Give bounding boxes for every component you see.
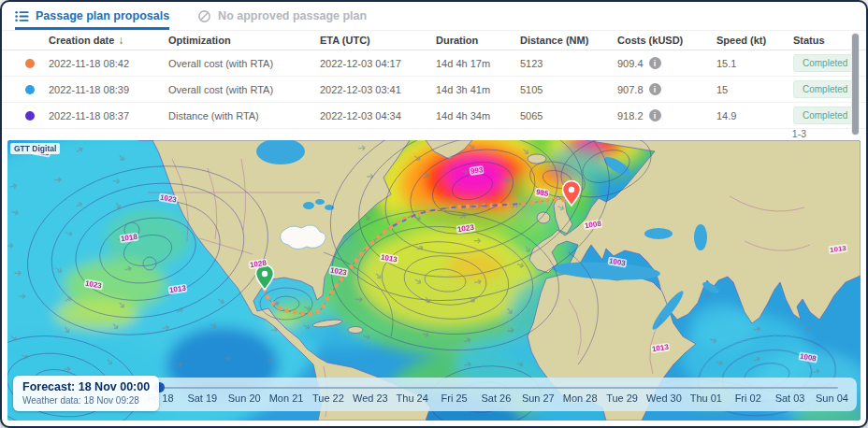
forecast-box: Forecast: 18 Nov 00:00 Weather data: 18 … xyxy=(13,376,159,411)
col-distance[interactable]: Distance (NM) xyxy=(520,35,617,46)
status-badge: Completed xyxy=(793,54,857,72)
info-icon[interactable]: i xyxy=(649,109,661,121)
pagination: 1-3 xyxy=(2,129,866,138)
timeline-day[interactable]: Mon 28 xyxy=(559,392,601,404)
proposals-table: Creation date↓ Optimization ETA (UTC) Du… xyxy=(2,30,866,138)
table-row[interactable]: 2022-11-18 08:37 Distance (with RTA) 202… xyxy=(2,103,866,129)
status-badge: Completed xyxy=(793,107,857,124)
cell-optimization: Overall cost (with RTA) xyxy=(168,58,320,69)
timeline-day[interactable]: Thu 24 xyxy=(391,392,433,404)
cell-eta: 2022-12-03 04:34 xyxy=(320,110,436,121)
forecast-subtitle: Weather data: 18 Nov 09:28 xyxy=(22,395,150,406)
timeline-day[interactable]: Sat 03 xyxy=(769,392,811,404)
weather-map-panel: 1023 1018 1023 1013 1023 1028 1023 993 9… xyxy=(7,140,861,421)
timeline-day[interactable]: Tue 22 xyxy=(308,392,350,404)
cell-speed: 14.9 xyxy=(716,110,793,121)
timeline-day[interactable]: Mon 21 xyxy=(266,392,308,404)
cell-speed: 15.1 xyxy=(716,58,793,69)
no-approved-icon xyxy=(197,9,211,23)
cell-costs: 909.4 xyxy=(617,58,644,69)
route-color-dot xyxy=(25,111,35,121)
info-icon[interactable]: i xyxy=(649,57,661,69)
table-scrollbar xyxy=(851,33,860,136)
cell-distance: 5123 xyxy=(520,58,617,69)
ireland-landmass xyxy=(537,212,550,223)
table-row[interactable]: 2022-11-18 08:42 Overall cost (with RTA)… xyxy=(2,50,866,77)
tab-label: No approved passage plan xyxy=(218,9,367,22)
timeline-day[interactable]: Sat 26 xyxy=(475,392,517,404)
info-icon[interactable]: i xyxy=(649,83,661,95)
col-duration[interactable]: Duration xyxy=(436,35,520,46)
status-badge: Completed xyxy=(793,80,857,98)
timeline-day[interactable]: Wed 30 xyxy=(644,392,686,404)
col-eta[interactable]: ETA (UTC) xyxy=(320,35,436,46)
timeline-day[interactable]: Wed 23 xyxy=(349,392,391,404)
timeline: Fri 18 Sat 19 Sun 20 Mon 21 Tue 22 Wed 2… xyxy=(136,378,857,411)
scrollbar-thumb[interactable] xyxy=(852,34,859,135)
cell-distance: 5105 xyxy=(520,84,617,95)
tab-bar: Passage plan proposals No approved passa… xyxy=(2,2,866,30)
map-watermark: GTT Digital xyxy=(10,143,60,154)
col-speed[interactable]: Speed (kt) xyxy=(716,35,793,46)
cell-optimization: Overall cost (with RTA) xyxy=(168,84,320,95)
tab-passage-plan-proposals[interactable]: Passage plan proposals xyxy=(15,2,169,30)
table-row[interactable]: 2022-11-18 08:39 Overall cost (with RTA)… xyxy=(2,77,866,103)
timeline-day[interactable]: Tue 29 xyxy=(601,392,644,404)
cell-distance: 5065 xyxy=(520,110,617,121)
timeline-day[interactable]: Thu 01 xyxy=(685,392,727,404)
list-icon xyxy=(15,10,29,22)
tab-label: Passage plan proposals xyxy=(36,9,169,22)
cell-costs: 918.2 xyxy=(617,110,644,121)
tab-no-approved-passage-plan[interactable]: No approved passage plan xyxy=(197,2,367,30)
timeline-day[interactable]: Sun 20 xyxy=(224,392,266,404)
passage-plan-window: Passage plan proposals No approved passa… xyxy=(0,0,868,428)
forecast-title: Forecast: 18 Nov 00:00 xyxy=(22,380,150,393)
cell-duration: 14d 3h 41m xyxy=(436,84,520,95)
cell-creation-date: 2022-11-18 08:37 xyxy=(49,110,168,121)
table-header: Creation date↓ Optimization ETA (UTC) Du… xyxy=(2,30,866,50)
sort-desc-icon[interactable]: ↓ xyxy=(118,34,123,47)
cell-duration: 14d 4h 34m xyxy=(436,110,520,121)
col-creation-date[interactable]: Creation date↓ xyxy=(49,34,168,47)
timeline-day[interactable]: Fri 25 xyxy=(433,392,475,404)
timeline-day[interactable]: Sat 19 xyxy=(181,392,224,404)
cell-duration: 14d 4h 17m xyxy=(436,58,520,69)
cell-optimization: Distance (with RTA) xyxy=(168,110,320,121)
cell-creation-date: 2022-11-18 08:39 xyxy=(49,84,168,95)
timeline-day[interactable]: Sun 04 xyxy=(811,392,853,404)
cell-speed: 15 xyxy=(716,84,793,95)
cell-creation-date: 2022-11-18 08:42 xyxy=(49,58,168,69)
cell-eta: 2022-12-03 03:41 xyxy=(320,84,436,95)
timeline-day[interactable]: Fri 02 xyxy=(727,392,769,404)
cell-eta: 2022-12-03 04:17 xyxy=(320,58,436,69)
col-costs[interactable]: Costs (kUSD) xyxy=(617,35,716,46)
timeline-day[interactable]: Sun 27 xyxy=(517,392,559,404)
hispaniola-landmass xyxy=(348,327,363,334)
timeline-days: Fri 18 Sat 19 Sun 20 Mon 21 Tue 22 Wed 2… xyxy=(139,392,853,404)
route-color-dot xyxy=(25,85,35,94)
route-color-dot xyxy=(25,59,35,68)
timeline-track[interactable] xyxy=(151,387,838,389)
col-optimization[interactable]: Optimization xyxy=(168,35,320,46)
cell-costs: 907.8 xyxy=(617,84,644,95)
